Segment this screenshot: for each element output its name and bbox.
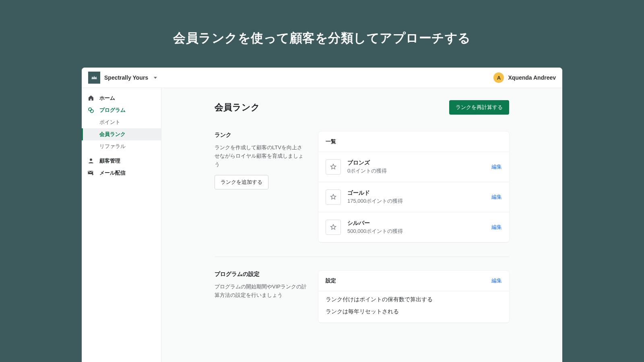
sidebar-item-label: ポイント	[99, 119, 120, 126]
home-icon	[87, 95, 95, 102]
sidebar-item-label: 会員ランク	[99, 131, 126, 138]
edit-settings-link[interactable]: 編集	[491, 277, 502, 284]
star-icon	[326, 159, 341, 175]
program-settings-description: プログラムの開始期間やVIPランクの計算方法の設定を行いましょう	[215, 283, 307, 300]
rank-subtitle: 175,000ポイントの獲得	[347, 197, 485, 205]
rank-section-description: ランクを作成して顧客のLTVを向上させながらロイヤル顧客を育成しましょう	[215, 144, 307, 169]
settings-line: ランク付けはポイントの保有数で算出する	[318, 291, 509, 305]
sidebar-item-label: メール配信	[99, 169, 126, 177]
chevron-down-icon	[154, 77, 157, 79]
program-icon	[87, 107, 95, 114]
recalculate-rank-button[interactable]: ランクを再計算する	[449, 100, 509, 115]
section-divider	[215, 257, 509, 257]
sidebar-item-label: ホーム	[99, 95, 115, 102]
sidebar-item-home[interactable]: ホーム	[82, 92, 161, 104]
svg-point-1	[91, 110, 94, 113]
rank-row: ブロンズ 0ポイントの獲得 編集	[318, 152, 509, 182]
add-rank-button[interactable]: ランクを追加する	[215, 175, 268, 189]
brand-switcher[interactable]: Spectrally Yours	[88, 72, 157, 84]
hero-title: 会員ランクを使って顧客を分類してアプローチする	[0, 0, 644, 68]
topbar: Spectrally Yours A Xquenda Andreev	[82, 68, 562, 88]
sidebar-item-points[interactable]: ポイント	[82, 116, 161, 128]
rank-name: ブロンズ	[347, 159, 485, 167]
sidebar-item-label: 顧客管理	[99, 157, 120, 165]
app-window: Spectrally Yours A Xquenda Andreev ホーム プ…	[82, 68, 562, 362]
user-menu[interactable]: A Xquenda Andreev	[493, 72, 556, 83]
sidebar-item-member-rank[interactable]: 会員ランク	[82, 128, 161, 140]
main-content: 会員ランク ランクを再計算する ランク ランクを作成して顧客のLTVを向上させな…	[161, 88, 562, 362]
page-title: 会員ランク	[215, 101, 260, 113]
edit-rank-link[interactable]: 編集	[491, 163, 502, 171]
rank-list-header: 一覧	[326, 138, 336, 145]
sidebar-item-label: リファラル	[99, 143, 126, 150]
edit-rank-link[interactable]: 編集	[491, 193, 502, 201]
sidebar-item-referral[interactable]: リファラル	[82, 140, 161, 152]
rank-section-title: ランク	[215, 132, 307, 139]
sidebar-item-mail[interactable]: メール配信	[82, 167, 161, 179]
settings-card-header: 設定	[326, 277, 336, 284]
user-icon	[87, 157, 95, 165]
rank-subtitle: 500,000ポイントの獲得	[347, 228, 485, 235]
avatar: A	[493, 72, 504, 83]
sidebar-item-customers[interactable]: 顧客管理	[82, 155, 161, 167]
sidebar-item-program[interactable]: プログラム	[82, 104, 161, 116]
program-settings-card: 設定 編集 ランク付けはポイントの保有数で算出する ランクは毎年リセットされる	[318, 271, 509, 323]
svg-point-2	[90, 158, 92, 161]
crown-icon	[88, 72, 100, 84]
star-icon	[326, 189, 341, 205]
rank-list-card: 一覧 ブロンズ 0ポイントの獲得 編集	[318, 132, 509, 242]
brand-name: Spectrally Yours	[104, 74, 148, 81]
rank-name: ゴールド	[347, 189, 485, 197]
star-icon	[326, 220, 341, 235]
rank-row: シルバー 500,000ポイントの獲得 編集	[318, 212, 509, 242]
rank-name: シルバー	[347, 220, 485, 227]
program-settings-title: プログラムの設定	[215, 271, 307, 278]
sidebar: ホーム プログラム ポイント 会員ランク リファラル 顧客管理	[82, 88, 161, 362]
settings-line: ランクは毎年リセットされる	[318, 305, 509, 323]
svg-point-0	[89, 108, 92, 111]
rank-subtitle: 0ポイントの獲得	[347, 167, 485, 175]
sidebar-item-label: プログラム	[99, 107, 126, 114]
edit-rank-link[interactable]: 編集	[491, 224, 502, 231]
rank-row: ゴールド 175,000ポイントの獲得 編集	[318, 182, 509, 212]
user-name: Xquenda Andreev	[508, 74, 556, 81]
mail-icon	[87, 169, 95, 177]
